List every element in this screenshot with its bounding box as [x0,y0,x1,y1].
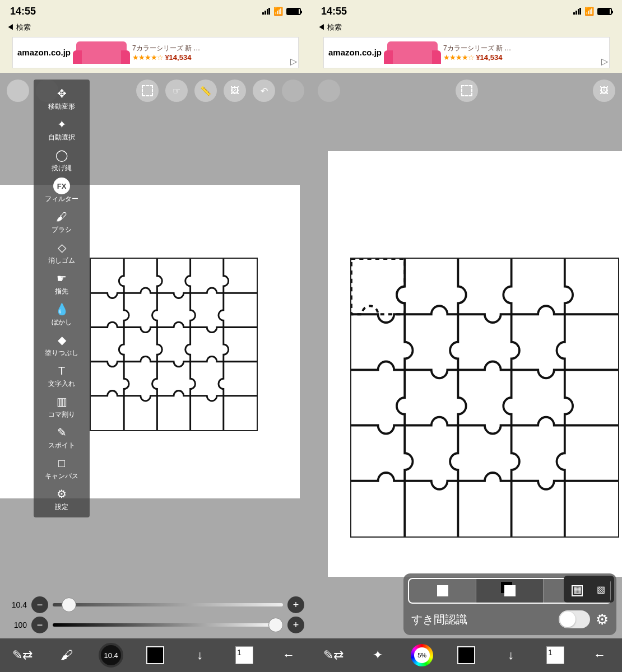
top-btn-1[interactable] [318,80,340,102]
top-toolbar: 🖼 [318,80,615,102]
tool-panel[interactable]: ▥コマ割り [34,391,90,422]
selection-mode-button[interactable] [456,80,478,102]
size-minus-button[interactable]: − [31,596,48,613]
tool-eraser[interactable]: ◇消しゴム [34,237,90,268]
adchoices-icon[interactable]: ▷ [601,56,608,67]
quick-eraser-button[interactable]: ✎⇄ [317,643,350,668]
adchoices-icon[interactable]: ▷ [290,56,297,67]
color-swatch-button[interactable] [138,643,172,668]
back-button[interactable]: ← [272,643,305,668]
back-search-link[interactable]: ◀ 検索 [311,22,622,35]
signal-icon [573,8,581,15]
ad-price: ¥14,534 [165,53,191,62]
select-subtract-tab[interactable] [544,579,611,603]
tool-smudge[interactable]: ☛指先 [34,268,90,298]
color-wheel-button[interactable]: 5% [405,643,439,668]
bucket-icon: ◆ [53,332,70,348]
size-value: 10.4 [7,600,27,609]
hand-tool-button[interactable]: ☞ [165,80,188,102]
tool-lasso[interactable]: ◯投げ縄 [34,144,90,175]
status-bar: 14:55 📶 [311,0,622,22]
size-slider[interactable] [53,603,283,606]
selection-mode-tabs [408,578,612,604]
eraser-icon: ◇ [53,239,70,256]
drop-icon: 💧 [53,301,70,318]
layers-button[interactable]: 1 [228,643,261,668]
phone-left: 14:55 📶 ◀ 検索 amazon.co.jp 7カラーシリーズ 新 … ★… [0,0,311,672]
opacity-slider[interactable] [53,623,283,627]
tool-brush[interactable]: 🖌ブラシ [34,206,90,237]
ad-banner[interactable]: amazon.co.jp 7カラーシリーズ 新 … ★★★★☆ ¥14,534 … [12,37,299,68]
opacity-minus-button[interactable]: − [31,617,48,633]
finger-icon: ☛ [53,270,70,287]
reference-image-button[interactable]: 🖼 [593,80,615,102]
text-icon: T [53,362,70,379]
ad-text: 7カラーシリーズ 新 … ★★★★☆ ¥14,534 [132,44,294,62]
status-time: 14:55 [321,6,355,17]
back-search-link[interactable]: ◀ 検索 [0,22,311,35]
phone-right: 14:55 📶 ◀ 検索 amazon.co.jp 7カラーシリーズ 新 … ★… [311,0,622,672]
back-button[interactable]: ← [583,643,616,668]
layers-button[interactable]: 1 [539,643,572,668]
tool-fill[interactable]: ◆塗りつぶし [34,329,90,360]
eyedropper-icon: ✎ [53,424,70,441]
tool-menu: ✥移動変形 ✦自動選択 ◯投げ縄 FXフィルター 🖌ブラシ ◇消しゴム ☛指先 … [34,80,90,517]
selection-settings-button[interactable]: ⚙ [596,611,609,628]
bottom-toolbar: ✎⇄ ✦ 5% ↓ 1 ← [311,638,622,672]
puzzle-drawing [350,258,619,538]
colorwheel-icon: 5% [411,644,433,666]
puzzle-drawing [90,258,258,431]
ad-banner[interactable]: amazon.co.jp 7カラーシリーズ 新 … ★★★★☆ ¥14,534 … [323,37,610,68]
color-swatch-button[interactable] [449,643,483,668]
ruler-button[interactable]: 📏 [194,80,217,102]
ad-text: 7カラーシリーズ 新 … ★★★★☆ ¥14,534 [443,44,605,62]
tool-canvas[interactable]: □キャンバス [34,452,90,483]
tool-transform[interactable]: ✥移動変形 [34,83,90,114]
wifi-icon: 📶 [273,7,283,16]
app-canvas-area: ☞ 📏 🖼 ↶ ✥移動変形 ✦自動選択 ◯投げ縄 FXフィルター 🖌ブラシ ◇消… [0,73,311,672]
tool-eyedropper[interactable]: ✎スポイト [34,422,90,452]
tool-autoselect[interactable]: ✦自動選択 [34,114,90,144]
opacity-value: 100 [7,620,27,629]
wand-button[interactable]: ✦ [361,643,394,668]
canvas-icon: □ [53,455,70,472]
ad-stars: ★★★★☆ [132,53,163,62]
gap-detection-toggle[interactable] [559,610,590,628]
status-time: 14:55 [10,6,44,17]
download-button[interactable]: ↓ [494,643,528,668]
wand-icon: ✦ [53,116,70,133]
ad-title: 7カラーシリーズ 新 … [132,44,294,53]
ad-price: ¥14,534 [476,53,502,62]
selection-mode-button[interactable] [136,80,159,102]
panel-icon: ▥ [53,393,70,410]
status-bar: 14:55 📶 [0,0,311,22]
ad-product-image [76,41,127,64]
brush-button[interactable]: 🖌 [50,643,83,668]
undo-button[interactable]: ↶ [253,80,275,102]
ad-stars: ★★★★☆ [443,53,474,62]
tool-settings[interactable]: ⚙設定 [34,483,90,514]
fx-icon: FX [53,178,70,194]
reference-image-button[interactable]: 🖼 [224,80,246,102]
select-new-tab[interactable] [409,579,476,603]
top-btn-1[interactable] [7,80,29,102]
gap-detection-label: すき間認識 [411,612,553,627]
quick-eraser-button[interactable]: ✎⇄ [6,643,39,668]
battery-icon [597,8,612,15]
move-icon: ✥ [53,85,70,102]
tool-filter[interactable]: FXフィルター [34,175,90,206]
opacity-slider-row: 100 − + [7,615,304,635]
size-plus-button[interactable]: + [287,596,304,613]
redo-button[interactable] [282,80,304,102]
tool-text[interactable]: T文字入れ [34,360,90,391]
brush-size-button[interactable]: 10.4 [94,643,128,668]
brush-sliders: 10.4 − + 100 − + [7,595,304,635]
brush-icon: 🖌 [53,208,70,225]
download-button[interactable]: ↓ [183,643,217,668]
tool-blur[interactable]: 💧ぼかし [34,298,90,329]
select-add-tab[interactable] [476,579,544,603]
app-canvas-area: 🖼 [311,73,622,672]
bottom-toolbar: ✎⇄ 🖌 10.4 ↓ 1 ← [0,638,311,672]
opacity-plus-button[interactable]: + [287,617,304,633]
status-icons: 📶 [262,7,301,16]
